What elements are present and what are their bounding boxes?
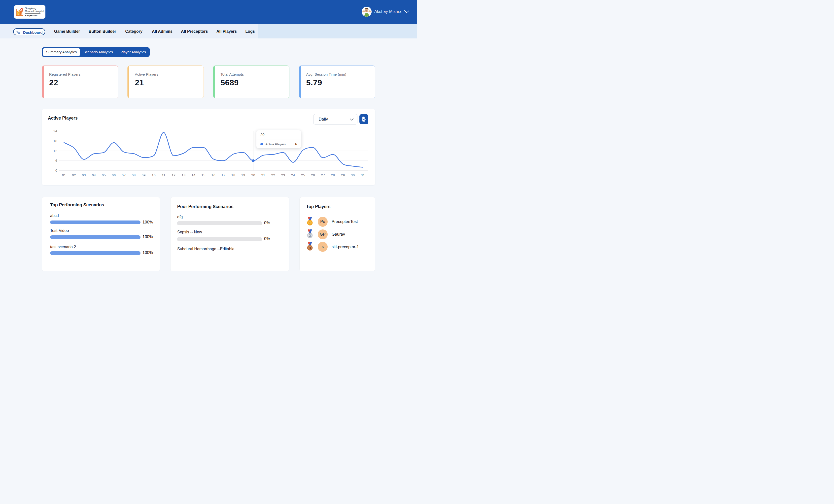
- svg-text:14: 14: [191, 174, 195, 177]
- svg-text:18: 18: [53, 139, 57, 143]
- svg-text:13: 13: [181, 174, 185, 177]
- svg-text:03: 03: [82, 174, 86, 177]
- svg-text:24: 24: [291, 174, 295, 177]
- svg-text:2: 2: [309, 233, 311, 237]
- svg-text:31: 31: [361, 174, 365, 177]
- svg-text:19: 19: [241, 174, 245, 177]
- svg-text:05: 05: [102, 174, 106, 177]
- svg-text:27: 27: [321, 174, 325, 177]
- svg-text:28: 28: [331, 174, 335, 177]
- svg-text:10: 10: [152, 174, 156, 177]
- svg-text:22: 22: [271, 174, 275, 177]
- svg-text:12: 12: [172, 174, 175, 177]
- svg-text:12: 12: [53, 149, 57, 153]
- svg-text:0: 0: [56, 169, 57, 173]
- svg-text:01: 01: [62, 174, 66, 177]
- svg-text:29: 29: [341, 174, 345, 177]
- svg-text:18: 18: [231, 174, 235, 177]
- svg-text:09: 09: [142, 174, 146, 177]
- svg-text:17: 17: [221, 174, 225, 177]
- svg-text:24: 24: [53, 129, 57, 133]
- svg-text:25: 25: [301, 174, 305, 177]
- svg-text:06: 06: [112, 174, 116, 177]
- svg-text:3: 3: [309, 246, 311, 250]
- svg-text:11: 11: [162, 174, 166, 177]
- svg-text:02: 02: [72, 174, 76, 177]
- svg-text:04: 04: [92, 174, 96, 177]
- svg-text:15: 15: [201, 174, 205, 177]
- svg-text:20: 20: [251, 174, 255, 177]
- svg-text:16: 16: [212, 174, 216, 177]
- svg-text:26: 26: [311, 174, 315, 177]
- svg-text:1: 1: [309, 221, 311, 225]
- svg-text:21: 21: [261, 174, 265, 177]
- svg-text:30: 30: [351, 174, 355, 177]
- svg-text:6: 6: [56, 159, 57, 162]
- svg-text:08: 08: [132, 174, 136, 177]
- svg-text:23: 23: [281, 174, 285, 177]
- svg-text:07: 07: [122, 174, 126, 177]
